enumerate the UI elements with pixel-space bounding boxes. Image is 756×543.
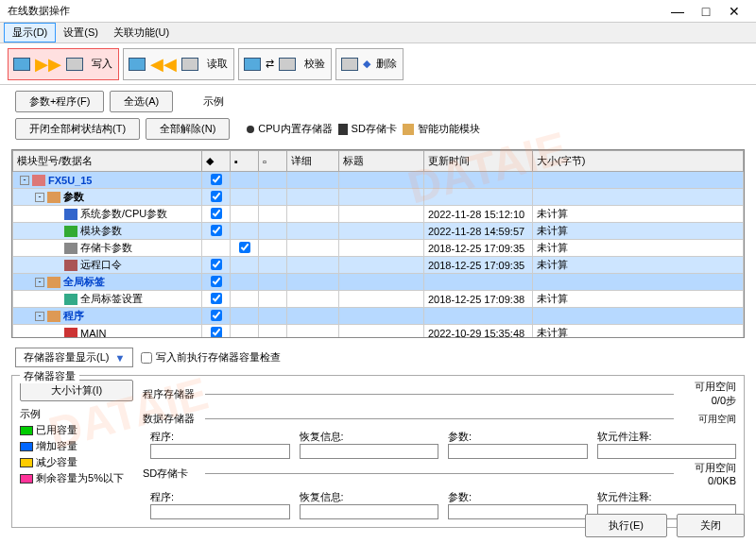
module-table[interactable]: 模块型号/数据名◆▪▫ 详细标题 更新时间大小(字节) -FX5U_15-参数系… (11, 149, 745, 338)
table-row[interactable]: 远程口令2018-12-25 17:09:35未计算 (13, 257, 744, 274)
mid-controls: 存储器容量显示(L)▼ 写入前执行存储器容量检查 (0, 342, 756, 373)
legend-swatch: 减少容量 (20, 455, 133, 469)
table-row[interactable]: -全局标签 (13, 274, 744, 291)
item-label: 程序 (63, 309, 84, 323)
menu-bar: 显示(D) 设置(S) 关联功能(U) (0, 23, 756, 43)
row-checkbox[interactable] (211, 191, 222, 202)
precheck-checkbox[interactable]: 写入前执行存储器容量检查 (141, 350, 281, 365)
row-checkbox[interactable] (239, 242, 250, 253)
item-icon (47, 311, 60, 322)
param-prog-button[interactable]: 参数+程序(F) (15, 91, 104, 112)
field-prog: 程序: (150, 430, 290, 459)
item-icon (64, 243, 77, 254)
field-restore: 恢复信息: (300, 490, 439, 519)
item-label: 模块参数 (80, 224, 122, 238)
item-icon (47, 277, 60, 288)
row-checkbox[interactable] (211, 225, 222, 236)
row-checkbox[interactable] (211, 259, 222, 270)
table-row[interactable]: -参数 (13, 189, 744, 206)
toolbar: ▶▶ 写入 ◀◀ 读取 ⇄ 校验 ◆ 删除 (0, 43, 756, 85)
select-all-button[interactable]: 全选(A) (110, 91, 173, 112)
arrow-right-icon: ▶▶ (35, 54, 61, 75)
tb-read[interactable]: ◀◀ 读取 (123, 48, 234, 80)
field-restore-input[interactable] (300, 504, 439, 519)
legend-cpu: CPU内置存储器 (247, 122, 332, 136)
menu-settings[interactable]: 设置(S) (56, 24, 106, 42)
item-icon (64, 294, 77, 305)
field-prog-input[interactable] (150, 444, 290, 459)
maximize-button[interactable]: □ (692, 4, 720, 19)
field-comment: 软元件注释: (597, 430, 737, 459)
prog-storage: 程序存储器 可用空间0/0步 (143, 380, 736, 408)
computer-icon (10, 53, 33, 76)
table-row[interactable]: -FX5U_15 (13, 172, 744, 189)
close-button[interactable]: ✕ (720, 4, 748, 19)
field-comment-input[interactable] (597, 444, 737, 459)
table-row[interactable]: -程序 (13, 308, 744, 325)
table-row[interactable]: 模块参数2022-11-28 14:59:57未计算 (13, 223, 744, 240)
row-checkbox[interactable] (211, 276, 222, 287)
item-icon (64, 260, 77, 271)
menu-related[interactable]: 关联功能(U) (106, 24, 177, 42)
row-checkbox[interactable] (211, 293, 222, 304)
button-row-1: 参数+程序(F) 全选(A) 示例 (0, 85, 756, 118)
legend-sd: SD存储卡 (338, 122, 397, 136)
computer-icon (241, 53, 264, 76)
field-prog: 程序: (150, 490, 290, 519)
chevron-down-icon: ▼ (114, 352, 125, 364)
title-bar: 在线数据操作 — □ ✕ (0, 0, 756, 23)
table-header: 模块型号/数据名◆▪▫ 详细标题 更新时间大小(字节) (13, 151, 744, 172)
legend-swatch: 增加容量 (20, 439, 133, 453)
minimize-button[interactable]: — (663, 4, 692, 19)
table-row[interactable]: MAIN2022-10-29 15:35:48未计算 (13, 325, 744, 339)
expand-icon[interactable]: - (35, 312, 44, 321)
footer: 执行(E) 关闭 (585, 514, 745, 537)
field-param-input[interactable] (448, 444, 588, 459)
close-dialog-button[interactable]: 关闭 (677, 514, 745, 537)
mem-display-dropdown[interactable]: 存储器容量显示(L)▼ (15, 348, 133, 367)
item-label: FX5U_15 (48, 175, 92, 186)
plc-icon (179, 53, 201, 76)
tb-delete[interactable]: ◆ 删除 (335, 48, 404, 80)
deselect-all-button[interactable]: 全部解除(N) (146, 118, 230, 140)
expand-icon[interactable]: - (35, 278, 44, 287)
expand-icon[interactable]: - (20, 176, 29, 185)
data-storage: 数据存储器 可用空间 (143, 412, 736, 426)
sd-storage: SD存储卡 可用空间0/0KB (143, 461, 736, 486)
field-restore-input[interactable] (300, 444, 439, 459)
tb-write[interactable]: ▶▶ 写入 (8, 48, 119, 80)
item-label: 远程口令 (80, 258, 122, 272)
field-param-input[interactable] (448, 504, 588, 519)
row-checkbox[interactable] (211, 208, 222, 219)
item-label: 全局标签设置 (80, 292, 143, 306)
item-icon (64, 328, 77, 339)
open-tree-button[interactable]: 开闭全部树状结构(T) (15, 118, 140, 140)
row-checkbox[interactable] (211, 327, 222, 338)
row-checkbox[interactable] (211, 310, 222, 321)
table-row[interactable]: 存储卡参数2018-12-25 17:09:35未计算 (13, 240, 744, 257)
button-row-2: 开闭全部树状结构(T) 全部解除(N) CPU内置存储器 SD存储卡 智能功能模… (0, 118, 756, 145)
tb-verify[interactable]: ⇄ 校验 (238, 48, 332, 80)
row-checkbox[interactable] (211, 174, 222, 185)
item-icon (47, 192, 60, 203)
item-label: 全局标签 (63, 275, 105, 289)
plc-icon (276, 53, 299, 76)
execute-button[interactable]: 执行(E) (585, 514, 667, 537)
legend-smart: 智能功能模块 (403, 122, 480, 136)
menu-display[interactable]: 显示(D) (4, 23, 56, 42)
eraser-icon: ◆ (363, 58, 370, 70)
computer-icon (126, 53, 148, 76)
plc-icon (63, 53, 86, 76)
item-icon (32, 175, 45, 186)
table-row[interactable]: 全局标签设置2018-12-25 17:09:38未计算 (13, 291, 744, 308)
expand-icon[interactable]: - (35, 193, 44, 202)
field-prog-input[interactable] (150, 504, 290, 519)
field-param: 参数: (448, 490, 588, 519)
item-label: 参数 (63, 190, 84, 204)
link-icon: ⇄ (266, 58, 274, 70)
table-row[interactable]: 系统参数/CPU参数2022-11-28 15:12:10未计算 (13, 206, 744, 223)
item-icon (64, 209, 77, 220)
legend-swatch: 剩余容量为5%以下 (20, 471, 133, 485)
item-label: MAIN (80, 328, 107, 339)
item-icon (64, 226, 77, 237)
